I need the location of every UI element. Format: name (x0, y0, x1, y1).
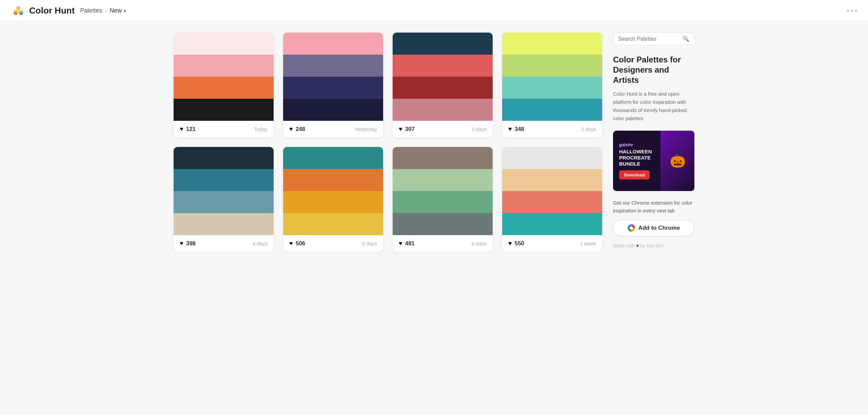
palette-swatch (174, 191, 274, 213)
palette-card[interactable]: ♥3984 days (174, 147, 274, 252)
header: Color Hunt Palettes › New ▾ (0, 0, 868, 22)
logo-icon (11, 3, 26, 18)
palette-date: 4 days (253, 241, 268, 246)
palette-swatch (393, 169, 493, 191)
breadcrumb: Palettes › New ▾ (80, 7, 126, 14)
pumpkin-icon: 🎃 (670, 153, 686, 168)
palette-footer: ♥4816 days (393, 235, 493, 252)
made-with-footer: Made with ♥ by Gal Shir (613, 243, 694, 248)
palette-likes: ♥550 (508, 240, 524, 247)
palette-likes: ♥506 (289, 240, 305, 247)
ad-banner[interactable]: galshv HALLOWEEN PROCREATE BUNDLE Downlo… (613, 131, 694, 191)
palette-card[interactable]: ♥248Yesterday (283, 33, 383, 137)
palette-swatch (502, 169, 602, 191)
palette-footer: ♥5065 days (283, 235, 383, 252)
palette-swatch (393, 191, 493, 213)
palette-card[interactable]: ♥121Today (174, 33, 274, 137)
palette-grid: ♥121Today♥248Yesterday♥3072 days♥3483 da… (174, 33, 602, 252)
heart-icon: ♥ (399, 240, 402, 247)
palette-colors (502, 33, 602, 121)
palette-swatch (502, 77, 602, 99)
palette-swatch (502, 191, 602, 213)
sidebar: 🔍 Color Palettes for Designers and Artis… (613, 33, 694, 252)
palette-likes: ♥307 (399, 126, 415, 133)
palette-swatch (502, 99, 602, 121)
palette-date: 6 days (472, 241, 487, 246)
add-to-chrome-label: Add to Chrome (638, 225, 680, 231)
palette-swatch (283, 191, 383, 213)
palette-card[interactable]: ♥5501 week (502, 147, 602, 252)
palette-footer: ♥3483 days (502, 121, 602, 137)
palette-colors (502, 147, 602, 235)
main-container: ♥121Today♥248Yesterday♥3072 days♥3483 da… (163, 22, 705, 263)
palette-swatch (283, 99, 383, 121)
palette-swatch (393, 33, 493, 55)
made-with-text: Made with (613, 243, 635, 248)
ad-brand: galshv (619, 142, 652, 147)
heart-icon: ♥ (180, 240, 183, 247)
palette-swatch (283, 77, 383, 99)
palette-colors (174, 33, 274, 121)
palette-colors (393, 33, 493, 121)
likes-count: 550 (515, 240, 524, 247)
heart-icon: ♥ (399, 126, 402, 133)
palette-date: Yesterday (355, 126, 377, 132)
palette-likes: ♥398 (180, 240, 196, 247)
palette-footer: ♥5501 week (502, 235, 602, 252)
heart-icon: ♥ (636, 243, 640, 248)
palette-footer: ♥3984 days (174, 235, 274, 252)
palette-swatch (174, 147, 274, 169)
palette-swatch (502, 55, 602, 77)
palette-footer: ♥248Yesterday (283, 121, 383, 137)
likes-count: 248 (296, 126, 305, 133)
palette-card[interactable]: ♥3483 days (502, 33, 602, 137)
palette-date: 3 days (581, 126, 596, 132)
breadcrumb-separator: › (105, 7, 107, 14)
likes-count: 481 (405, 240, 415, 247)
chevron-down-icon: ▾ (124, 8, 126, 14)
palette-swatch (393, 77, 493, 99)
made-with-author: by Gal Shir (640, 243, 664, 248)
palette-swatch (174, 99, 274, 121)
palette-card[interactable]: ♥5065 days (283, 147, 383, 252)
heart-icon: ♥ (508, 126, 512, 133)
search-input[interactable] (618, 36, 680, 42)
likes-count: 348 (515, 126, 524, 133)
breadcrumb-current[interactable]: New ▾ (110, 7, 126, 14)
palette-swatch (502, 33, 602, 55)
palette-swatch (502, 213, 602, 235)
palette-swatch (174, 33, 274, 55)
likes-count: 506 (296, 240, 305, 247)
palette-colors (283, 147, 383, 235)
palette-date: Today (254, 126, 268, 132)
dot-icon (855, 10, 857, 12)
palette-card[interactable]: ♥3072 days (393, 33, 493, 137)
palette-card[interactable]: ♥4816 days (393, 147, 493, 252)
breadcrumb-palettes[interactable]: Palettes (80, 7, 102, 14)
chrome-icon (628, 224, 635, 232)
palette-swatch (174, 77, 274, 99)
palette-likes: ♥121 (180, 126, 196, 133)
palette-likes: ♥248 (289, 126, 305, 133)
ad-banner-content: galshv HALLOWEEN PROCREATE BUNDLE Downlo… (619, 142, 652, 180)
palette-swatch (283, 169, 383, 191)
palette-swatch (174, 213, 274, 235)
palette-swatch (393, 99, 493, 121)
add-to-chrome-button[interactable]: Add to Chrome (613, 220, 694, 236)
heart-icon: ♥ (289, 240, 293, 247)
palette-date: 2 days (472, 126, 487, 132)
palette-swatch (283, 213, 383, 235)
search-icon[interactable]: 🔍 (683, 36, 689, 42)
sidebar-description: Color Hunt is a free and open platform f… (613, 90, 694, 122)
palette-date: 5 days (362, 241, 377, 246)
header-menu-dots[interactable] (847, 10, 857, 12)
logo-text: Color Hunt (29, 5, 75, 16)
palette-colors (283, 33, 383, 121)
palette-date: 1 week (580, 241, 596, 246)
palette-swatch (283, 33, 383, 55)
palette-swatch (283, 55, 383, 77)
ad-download-button[interactable]: Download (619, 170, 650, 180)
palette-footer: ♥121Today (174, 121, 274, 137)
palette-swatch (283, 147, 383, 169)
logo-link[interactable]: Color Hunt (11, 3, 75, 18)
